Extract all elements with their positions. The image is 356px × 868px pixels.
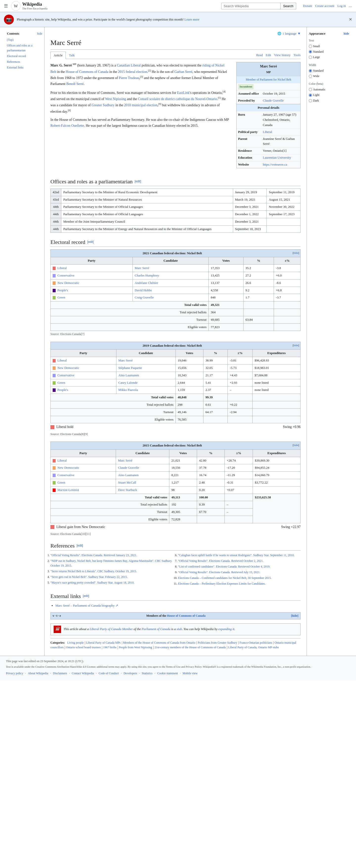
search-button[interactable]: Search	[280, 3, 296, 9]
ref-link[interactable]: "Serre returns Nickel Belt to Liberals".…	[51, 569, 137, 573]
category-link[interactable]: 1967 births	[103, 646, 116, 649]
banner-learn-more-link[interactable]: Learn more	[184, 18, 199, 21]
category-link[interactable]: 21st-century members of the House of Com…	[154, 646, 226, 649]
party-link[interactable]: Liberal	[57, 359, 67, 362]
toc-link-external[interactable]: External links	[7, 66, 24, 69]
ref-link[interactable]: "Official Voting Results". Elections Can…	[178, 570, 260, 574]
candidate-link[interactable]: Stéphane Paquette	[118, 366, 142, 370]
tab-article[interactable]: Article	[51, 52, 66, 59]
party-link[interactable]: New Democratic	[57, 466, 79, 469]
ref-link[interactable]: Elections Canada – Preliminary Election …	[178, 582, 266, 585]
footer-link[interactable]: Developers	[124, 671, 137, 676]
candidate-link[interactable]: Marc Serré	[118, 459, 132, 462]
ref-link[interactable]: "NDP out in Sudbury, Nickel Belt, but ke…	[51, 559, 172, 567]
footer-link[interactable]: Contact Wikipedia	[72, 671, 94, 676]
category-link[interactable]: Living people	[67, 641, 84, 644]
party-link[interactable]: New Democratic	[57, 281, 79, 285]
language-button[interactable]: 🌐 1 language ▼	[277, 31, 301, 36]
party-link[interactable]: People's	[57, 288, 68, 292]
tab-read[interactable]: Read	[256, 53, 263, 58]
category-link[interactable]: People from West Nipissing	[119, 646, 152, 649]
footer-link[interactable]: Mobile view	[183, 671, 198, 676]
category-link[interactable]: Liberal Party of Canada, Ontario MP stub…	[228, 646, 279, 649]
candidate-link[interactable]: Dave Starbuck	[118, 488, 137, 492]
ref-link[interactable]: "Official Voting Results". Elections Can…	[51, 554, 137, 557]
category-link[interactable]: Liberal Party of Canada MPs	[86, 641, 121, 644]
canadian-liberal-link[interactable]: Canadian Liberal	[117, 63, 141, 67]
external-edit-link[interactable]: [edit]	[83, 594, 89, 598]
party-link[interactable]: Green	[57, 296, 65, 299]
candidate-link[interactable]: Aino Laamanen	[118, 473, 139, 477]
candidate-link[interactable]: Claude Gravelle	[118, 466, 139, 469]
footer-link[interactable]: Privacy policy	[6, 671, 23, 676]
party-link[interactable]: People's	[57, 388, 68, 392]
election-hide-link[interactable]: hide	[293, 344, 298, 347]
color-light-option[interactable]: Light	[309, 93, 349, 97]
tab-view-history[interactable]: View history	[274, 53, 291, 58]
category-link[interactable]: Franco-Ontarian politicians	[240, 641, 272, 644]
candidate-link[interactable]: Marc Serré	[118, 359, 133, 362]
tab-edit[interactable]: Edit	[266, 53, 271, 58]
text-standard-option[interactable]: Standard	[309, 50, 349, 54]
ref-link[interactable]: "List of confirmed candidates". Election…	[178, 565, 270, 568]
candidate-link[interactable]: Andréane Chénier	[135, 281, 158, 285]
navbox-hide-button[interactable]: [hide]	[291, 614, 298, 618]
infobox-preceded-link[interactable]: Claude Gravelle	[263, 99, 284, 102]
search-input[interactable]	[221, 3, 280, 9]
banner-close-button[interactable]: ✕	[349, 16, 352, 23]
party-link[interactable]: Conservative	[57, 473, 75, 477]
party-link[interactable]: Marxist-Leninist	[57, 488, 79, 492]
footer-link[interactable]: Statistics	[142, 671, 152, 676]
ref-link[interactable]: "Serre gets rod in Nickel Belt". Sudbury…	[51, 575, 127, 579]
candidate-link[interactable]: David Hobbs	[135, 288, 152, 292]
infobox-website-link[interactable]: https://voteserre.ca	[263, 162, 287, 166]
references-edit-link[interactable]: [edit]	[77, 543, 83, 548]
infobox-party-link[interactable]: Liberal	[263, 130, 272, 134]
candidate-link[interactable]: Charles Humphrey	[135, 274, 159, 277]
ref-link[interactable]: "Calaghan faces uphill battle if he want…	[178, 554, 294, 557]
appearance-hide-button[interactable]: hide	[344, 31, 349, 36]
candidate-link[interactable]: Craig Gravelle	[135, 296, 154, 299]
electoral-edit-link[interactable]: [edit]	[87, 240, 94, 244]
toc-link-references[interactable]: References	[7, 60, 20, 63]
footer-link[interactable]: Disclaimers	[53, 671, 67, 676]
tab-tools[interactable]: Tools	[293, 53, 301, 58]
infobox-education-link[interactable]: Laurentian University	[263, 156, 291, 159]
ref-link[interactable]: "Official Voting Results". Elections Can…	[178, 559, 264, 563]
hamburger-menu[interactable]: ☰	[4, 2, 8, 10]
width-wide-option[interactable]: Wide	[309, 74, 349, 79]
toc-link-electoral[interactable]: Electoral record	[7, 54, 26, 58]
footer-link[interactable]: About Wikipedia	[28, 671, 48, 676]
color-dark-option[interactable]: Dark	[309, 98, 349, 103]
toc-link-top[interactable]: (Top)	[7, 38, 13, 41]
candidate-link[interactable]: Marc Serré	[135, 266, 149, 270]
election-hide-link[interactable]: hide	[293, 251, 298, 254]
party-link[interactable]: Green	[57, 381, 65, 384]
more-menu[interactable]: …	[349, 3, 352, 9]
party-link[interactable]: New Democratic	[57, 366, 79, 370]
text-small-option[interactable]: Small	[309, 44, 349, 49]
category-link[interactable]: Members of the House of Commons of Canad…	[123, 641, 195, 644]
category-link[interactable]: Ontario school board trustees	[66, 646, 101, 649]
parliament-bio-link[interactable]: Marc Serré – Parliament of Canada biogra…	[55, 603, 118, 607]
offices-edit-link[interactable]: [edit]	[135, 179, 141, 184]
candidate-link[interactable]: Casey Lalonde	[118, 381, 138, 384]
party-link[interactable]: Liberal	[57, 459, 67, 462]
category-link[interactable]: Politicians from Greater Sudbury	[198, 641, 237, 644]
candidate-link[interactable]: Mikko Paavola	[118, 388, 138, 392]
footer-link[interactable]: Cookie statement	[157, 671, 178, 676]
ref-link[interactable]: "Mayor's race getting pretty crowded". S…	[51, 581, 135, 584]
candidate-link[interactable]: Stuart McCall	[118, 480, 136, 484]
candidate-link[interactable]: Aino Laamanen	[118, 373, 139, 377]
tab-talk[interactable]: Talk	[66, 52, 78, 59]
footer-link[interactable]: Code of Conduct	[99, 671, 119, 676]
toc-link-offices[interactable]: Offices and roles as a parliamentarian	[7, 44, 32, 52]
donate-link[interactable]: Donate	[303, 3, 313, 9]
color-automatic-option[interactable]: Automatic	[309, 87, 349, 92]
party-link[interactable]: Green	[57, 480, 65, 484]
toc-hide-button[interactable]: hide	[37, 31, 42, 36]
party-link[interactable]: Liberal	[57, 266, 67, 270]
log-in-link[interactable]: Log in	[337, 3, 346, 9]
party-link[interactable]: Conservative	[57, 274, 75, 277]
width-standard-option[interactable]: Standard	[309, 68, 349, 73]
